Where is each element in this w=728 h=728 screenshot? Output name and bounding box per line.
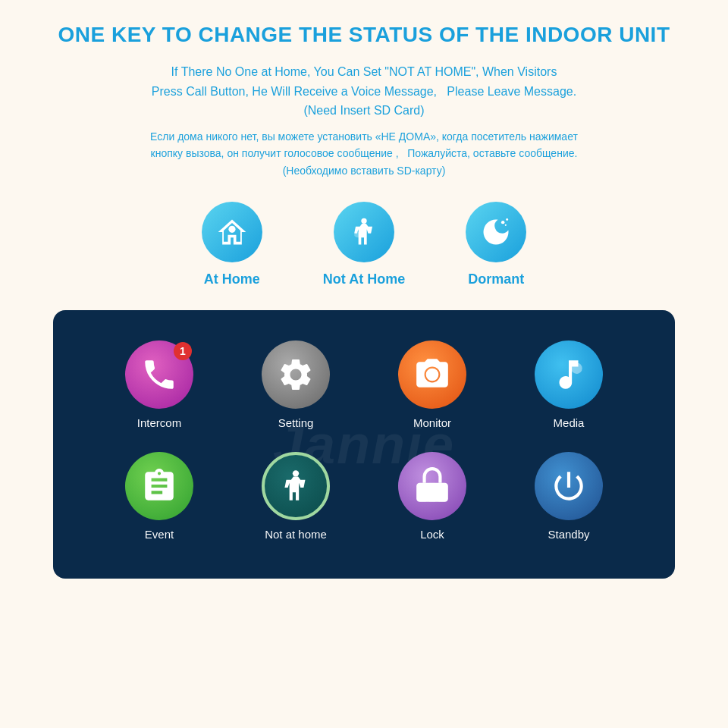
app-intercom[interactable]: 1 Intercom — [99, 340, 220, 429]
traveler2-icon — [277, 467, 315, 505]
traveler-icon — [347, 215, 381, 249]
status-icons-row: At Home Not At Home Dormant — [202, 202, 526, 287]
event-icon-bg — [125, 452, 193, 520]
app-not-at-home[interactable]: Not at home — [235, 452, 356, 541]
not-at-home-app-label: Not at home — [265, 528, 327, 541]
intercom-label: Intercom — [137, 416, 181, 429]
status-dormant[interactable]: Dormant — [466, 202, 526, 287]
status-not-at-home[interactable]: Not At Home — [323, 202, 405, 287]
svg-point-3 — [501, 221, 504, 224]
svg-point-4 — [506, 218, 508, 221]
app-standby[interactable]: Standby — [508, 452, 629, 541]
clipboard-icon — [140, 467, 178, 505]
svg-point-7 — [571, 362, 582, 374]
intercom-icon-bg: 1 — [125, 340, 193, 409]
gate-icon — [413, 467, 451, 505]
dark-panel: Jannie 1 Intercom Setting — [53, 310, 675, 579]
event-label: Event — [145, 528, 174, 541]
svg-point-2 — [354, 232, 362, 237]
phone-icon — [140, 356, 178, 394]
dormant-icon-circle — [466, 202, 526, 262]
not-at-home-icon-circle — [334, 202, 394, 262]
media-label: Media — [554, 416, 585, 429]
svg-point-0 — [228, 226, 235, 233]
svg-point-1 — [361, 218, 366, 224]
app-grid: 1 Intercom Setting Monitor — [99, 340, 629, 541]
standby-icon-bg — [535, 452, 603, 520]
app-lock[interactable]: Lock — [372, 452, 493, 541]
svg-rect-12 — [438, 483, 444, 502]
app-media[interactable]: Media — [508, 340, 629, 429]
lock-label: Lock — [420, 528, 444, 541]
monitor-label: Monitor — [413, 416, 451, 429]
monitor-icon-bg — [398, 340, 466, 409]
svg-rect-11 — [429, 483, 435, 502]
svg-point-8 — [293, 470, 299, 476]
not-at-home-label: Not At Home — [323, 271, 405, 287]
svg-rect-10 — [419, 483, 425, 502]
power-icon — [550, 467, 588, 505]
dormant-label: Dormant — [468, 271, 524, 287]
status-at-home[interactable]: At Home — [202, 202, 262, 287]
at-home-icon-circle — [202, 202, 262, 262]
media-icon — [550, 356, 588, 394]
media-icon-bg — [535, 340, 603, 409]
standby-label: Standby — [548, 528, 589, 541]
wrench-icon — [277, 356, 315, 394]
description-english: If There No One at Home, You Can Set "NO… — [152, 62, 576, 121]
description-russian: Если дома никого нет, вы можете установи… — [150, 128, 578, 179]
app-event[interactable]: Event — [99, 452, 220, 541]
not-at-home-icon-bg — [262, 452, 330, 520]
home-icon — [215, 215, 249, 249]
moon-icon — [479, 215, 513, 249]
app-setting[interactable]: Setting — [235, 340, 356, 429]
setting-icon-bg — [262, 340, 330, 409]
lock-icon-bg — [398, 452, 466, 520]
svg-point-6 — [426, 369, 439, 381]
page-title: ONE KEY TO CHANGE THE STATUS OF THE INDO… — [58, 23, 670, 47]
setting-label: Setting — [278, 416, 314, 429]
svg-point-5 — [505, 224, 507, 226]
intercom-badge: 1 — [174, 342, 192, 360]
app-monitor[interactable]: Monitor — [372, 340, 493, 429]
at-home-label: At Home — [204, 271, 260, 287]
camera-icon — [413, 356, 451, 394]
